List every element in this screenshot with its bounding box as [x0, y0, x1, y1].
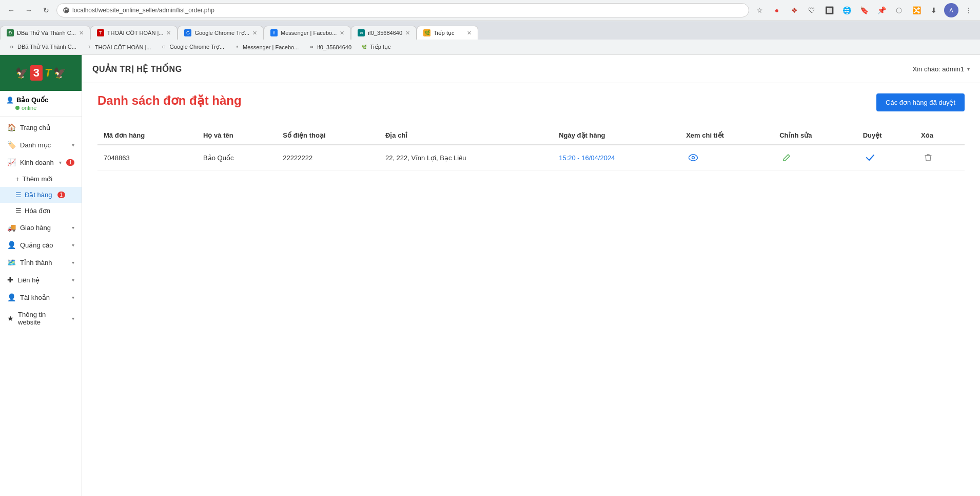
status-label: online [22, 105, 36, 111]
menu-button[interactable]: ⋮ [962, 3, 976, 17]
back-button[interactable]: ← [4, 3, 18, 17]
bookmark-star-button[interactable]: ☆ [752, 3, 767, 17]
bookmark-5[interactable]: 🌿 Tiếp tục [357, 42, 395, 52]
approved-orders-button[interactable]: Các đơn hàng đã duyệt [876, 93, 965, 111]
view-detail-button[interactable] [686, 150, 700, 165]
sidebar-item-trang-chu[interactable]: 🏠 Trang chủ [0, 119, 82, 136]
header-user[interactable]: Xin chào: admin1 ▾ [913, 65, 970, 73]
browser-toolbar: ← → ↻ localhost/website_online_seller/ad… [0, 0, 980, 21]
edit-button[interactable] [779, 150, 794, 165]
tab-close-5[interactable]: ✕ [467, 30, 472, 36]
nav-label-quang-cao: Quảng cáo [20, 241, 53, 249]
cell-so-dien-thoai: 22222222 [277, 145, 379, 170]
bookmark-0[interactable]: Đ ĐBã Thử Và Thành C... [4, 42, 81, 52]
user-chevron: ▾ [967, 66, 970, 72]
badge-dat-hang: 1 [57, 192, 66, 198]
nav-label-giao-hang: Giao hàng [20, 224, 51, 232]
tab-favicon-5: 🌿 [423, 29, 430, 36]
bookmark-1[interactable]: T THOÁI CÔT HOÀN |... [82, 42, 155, 52]
shield-icon-button[interactable]: 🛡 [805, 3, 819, 17]
user-profile-button[interactable]: A [944, 3, 958, 17]
bookmark-2[interactable]: G Google Chrome Trợ... [156, 42, 228, 52]
bookmark-label-0: ĐBã Thử Và Thành C... [17, 44, 76, 50]
cell-ma-don-hang: 7048863 [97, 145, 197, 170]
sidebar-item-lien-he[interactable]: ✚ Liên hệ ▾ [0, 271, 82, 289]
contact-icon: ✚ [7, 276, 13, 284]
tab-close-1[interactable]: ✕ [166, 30, 171, 36]
bookmark-4[interactable]: ∞ if0_35684640 [304, 42, 356, 52]
bookmark-favicon-3: f [233, 44, 241, 51]
sidebar-item-dat-hang[interactable]: ☰ Đặt hàng 1 [0, 187, 82, 203]
tab-favicon-3: f [270, 29, 278, 36]
tab-4[interactable]: ∞ if0_35684640 ✕ [351, 26, 417, 40]
sidebar-item-danh-muc[interactable]: 🏷️ Danh mục ▾ [0, 136, 82, 154]
chevron-lien-he: ▾ [72, 277, 74, 283]
nav-label-lien-he: Liên hệ [17, 276, 40, 284]
sidebar-item-them-moi[interactable]: + Thêm mới [0, 171, 82, 187]
sidebar-item-giao-hang[interactable]: 🚚 Giao hàng ▾ [0, 219, 82, 236]
plus-icon: + [15, 175, 19, 183]
bookmark-3[interactable]: f Messenger | Facebo... [229, 42, 303, 52]
tab-0[interactable]: Đ ĐBã Thử Và Thành C... ✕ [0, 26, 90, 40]
nav-label-kinh-doanh: Kinh doanh [20, 159, 54, 166]
reload-button[interactable]: ↻ [39, 3, 53, 17]
extension1-button[interactable]: 🔖 [857, 3, 871, 17]
profiles-icon-button[interactable]: 🔲 [822, 3, 836, 17]
logo-box: 🦅 3 T 🦅 [15, 65, 67, 81]
vivaldi-icon-button[interactable]: ❖ [787, 3, 801, 17]
sidebar-item-hoa-don[interactable]: ☰ Hóa đơn [0, 203, 82, 219]
sidebar-item-kinh-doanh[interactable]: 📈 Kinh doanh ▾ 1 [0, 154, 82, 171]
chevron-thong-tin-website: ▾ [72, 316, 74, 321]
chevron-giao-hang: ▾ [72, 225, 74, 231]
col-so-dien-thoai: Số điện thoại [277, 126, 379, 145]
badge-kinh-doanh: 1 [66, 159, 74, 166]
tab-3[interactable]: f Messenger | Facebo... ✕ [264, 26, 351, 40]
bookmark-label-3: Messenger | Facebo... [243, 44, 299, 50]
bookmark-label-5: Tiếp tục [370, 44, 391, 50]
chevron-quang-cao: ▾ [72, 242, 74, 248]
tab-label-1: THOÁI CÔT HOÀN |... [107, 30, 164, 36]
nav-label-danh-muc: Danh mục [20, 141, 51, 149]
tab-5[interactable]: 🌿 Tiếp tục ✕ [417, 26, 478, 40]
tab-label-0: ĐBã Thử Và Thành C... [17, 30, 76, 36]
sidebar-item-quang-cao[interactable]: 👤 Quảng cáo ▾ [0, 236, 82, 254]
tab-favicon-4: ∞ [358, 29, 365, 36]
opera-icon-button[interactable]: ● [770, 3, 784, 17]
approve-button[interactable] [863, 150, 877, 165]
logo-letter: T [45, 66, 51, 80]
tab-1[interactable]: T THOÁI CÔT HOÀN |... ✕ [90, 26, 178, 40]
tab-label-4: if0_35684640 [368, 30, 402, 36]
sidebar-item-tai-khoan[interactable]: 👤 Tài khoản ▾ [0, 289, 82, 306]
nav-label-dat-hang: Đặt hàng [25, 191, 52, 199]
address-bar[interactable]: localhost/website_online_seller/admin/li… [56, 3, 749, 17]
tab-favicon-2: G [184, 29, 191, 36]
download-button[interactable]: ⬇ [927, 3, 941, 17]
extension2-button[interactable]: 📌 [874, 3, 889, 17]
home-icon: 🏠 [7, 123, 16, 131]
bookmark-favicon-0: Đ [8, 44, 15, 51]
browser-chrome: ← → ↻ localhost/website_online_seller/ad… [0, 0, 980, 55]
forward-button[interactable]: → [22, 3, 36, 17]
map-icon: 🗺️ [7, 258, 16, 266]
cell-xem-chi-tiet [680, 145, 773, 170]
sidebar-user-name: Bảo Quốc [6, 96, 75, 104]
nav-label-hoa-don: Hóa đơn [25, 207, 50, 215]
sidebar-item-thong-tin-website[interactable]: ★ Thông tin website ▾ [0, 306, 82, 331]
chevron-danh-muc: ▾ [72, 142, 74, 148]
nav-label-tinh-thanh: Tỉnh thành [20, 259, 52, 266]
tab-close-2[interactable]: ✕ [252, 30, 257, 36]
star-icon: ★ [7, 314, 14, 322]
tab-2[interactable]: G Google Chrome Trợ... ✕ [178, 26, 264, 40]
extension3-button[interactable]: ⬡ [892, 3, 906, 17]
sidebar-item-tinh-thanh[interactable]: 🗺️ Tỉnh thành ▾ [0, 254, 82, 271]
tab-close-4[interactable]: ✕ [405, 30, 410, 36]
tab-close-3[interactable]: ✕ [340, 30, 344, 36]
translate-icon-button[interactable]: 🌐 [839, 3, 854, 17]
table-row: 7048863 Bảo Quốc 22222222 22, 222, Vĩnh … [97, 145, 965, 170]
truck-icon: 🚚 [7, 223, 16, 232]
extension4-button[interactable]: 🔀 [909, 3, 924, 17]
svg-point-2 [692, 157, 695, 159]
col-ngay-dat-hang: Ngày đặt hàng [553, 126, 680, 145]
tab-close-0[interactable]: ✕ [79, 30, 84, 36]
delete-button[interactable] [921, 150, 935, 165]
